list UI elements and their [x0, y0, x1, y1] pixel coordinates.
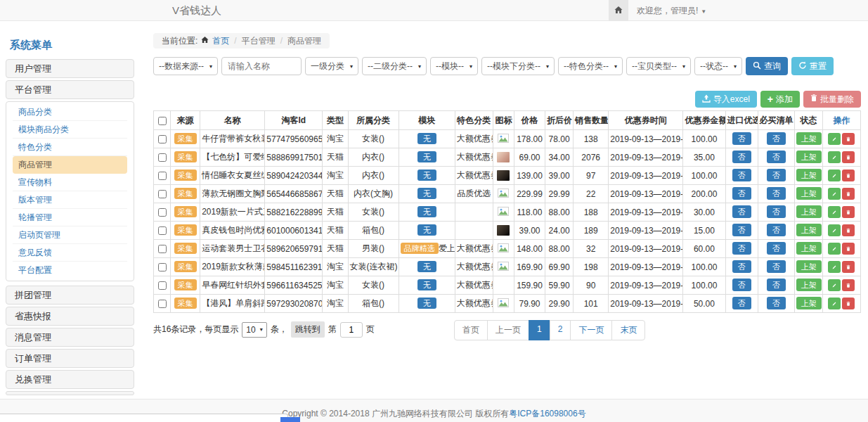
- delete-button[interactable]: [842, 243, 855, 255]
- module-none-badge[interactable]: 无: [417, 279, 436, 290]
- module-none-badge[interactable]: 无: [417, 151, 436, 162]
- breadcrumb-home-link[interactable]: 首页: [212, 35, 229, 47]
- import-select-toggle[interactable]: 否: [732, 279, 751, 291]
- edit-button[interactable]: [828, 170, 841, 181]
- jump-button[interactable]: 跳转到: [291, 321, 325, 338]
- edit-button[interactable]: [828, 133, 841, 145]
- delete-button[interactable]: [842, 261, 855, 273]
- delete-button[interactable]: [842, 298, 855, 309]
- must-buy-toggle[interactable]: 否: [767, 297, 786, 309]
- import-select-toggle[interactable]: 否: [732, 260, 751, 273]
- delete-button[interactable]: [842, 206, 855, 218]
- page-button-4[interactable]: 2: [550, 320, 571, 340]
- must-buy-toggle[interactable]: 否: [767, 224, 786, 236]
- delete-button[interactable]: [842, 151, 855, 163]
- delete-button[interactable]: [842, 170, 855, 181]
- delete-button[interactable]: [842, 133, 855, 145]
- import-select-toggle[interactable]: 否: [732, 132, 751, 145]
- status-button[interactable]: 上架: [796, 297, 822, 309]
- filter-select-level2-category[interactable]: --二级分类--▾: [362, 57, 427, 75]
- module-none-badge[interactable]: 无: [417, 170, 436, 181]
- must-buy-toggle[interactable]: 否: [767, 151, 786, 163]
- must-buy-toggle[interactable]: 否: [767, 205, 786, 218]
- row-checkbox[interactable]: [158, 226, 167, 235]
- page-button-6[interactable]: 末页: [611, 320, 645, 340]
- sidebar-item-5[interactable]: 宣传物料: [13, 174, 127, 191]
- status-button[interactable]: 上架: [796, 260, 822, 273]
- filter-select-data-source[interactable]: --数据来源--▾: [153, 57, 218, 75]
- delete-button[interactable]: [842, 279, 855, 291]
- module-none-badge[interactable]: 无: [417, 188, 436, 199]
- edit-button[interactable]: [828, 298, 841, 309]
- import-select-toggle[interactable]: 否: [732, 242, 751, 255]
- import-select-toggle[interactable]: 否: [732, 224, 751, 236]
- sidebar-group-3[interactable]: 拼团管理: [6, 286, 134, 305]
- edit-button[interactable]: [828, 188, 841, 200]
- module-none-badge[interactable]: 无: [417, 224, 436, 236]
- must-buy-toggle[interactable]: 否: [767, 260, 786, 273]
- module-none-badge[interactable]: 无: [417, 206, 436, 217]
- import-select-toggle[interactable]: 否: [732, 169, 751, 181]
- row-checkbox[interactable]: [158, 153, 167, 162]
- import-excel-button[interactable]: 导入excel: [695, 91, 757, 108]
- sidebar-item-2[interactable]: 模块商品分类: [13, 121, 127, 139]
- edit-button[interactable]: [828, 261, 841, 273]
- row-checkbox[interactable]: [158, 190, 167, 198]
- icp-link[interactable]: 粤ICP备16098006号: [509, 409, 585, 418]
- import-select-toggle[interactable]: 否: [732, 151, 751, 163]
- edit-button[interactable]: [828, 279, 841, 291]
- row-checkbox[interactable]: [158, 281, 167, 290]
- sidebar-item-10[interactable]: 平台配置: [13, 262, 127, 279]
- search-button[interactable]: 查询: [746, 57, 788, 75]
- sidebar-group-2[interactable]: 平台管理: [6, 80, 134, 99]
- must-buy-toggle[interactable]: 否: [767, 132, 786, 145]
- sidebar-item-4[interactable]: 商品管理: [13, 156, 127, 174]
- batch-delete-button[interactable]: 批量删除: [803, 91, 861, 108]
- page-button-2[interactable]: 上一页: [487, 320, 529, 340]
- row-checkbox[interactable]: [158, 208, 167, 217]
- sidebar-group-1[interactable]: 用户管理: [6, 59, 134, 78]
- filter-select-item-type[interactable]: --宝贝类型--▾: [626, 57, 691, 75]
- filter-select-module[interactable]: --模块--▾: [430, 57, 478, 75]
- row-checkbox[interactable]: [158, 263, 167, 271]
- edit-button[interactable]: [828, 151, 841, 163]
- reset-button[interactable]: 重置: [791, 57, 834, 75]
- import-select-toggle[interactable]: 否: [732, 297, 751, 309]
- status-button[interactable]: 上架: [796, 279, 822, 291]
- filter-input-name[interactable]: [221, 57, 302, 75]
- row-checkbox[interactable]: [158, 172, 167, 180]
- module-none-badge[interactable]: 无: [417, 133, 436, 144]
- filter-select-status[interactable]: --状态--▾: [694, 57, 742, 75]
- user-menu[interactable]: 欢迎您，管理员!▼: [637, 0, 706, 23]
- sidebar-item-1[interactable]: 商品分类: [13, 103, 127, 121]
- sidebar-item-3[interactable]: 特色分类: [13, 139, 127, 156]
- delete-button[interactable]: [842, 188, 855, 200]
- status-button[interactable]: 上架: [796, 151, 822, 163]
- sidebar-item-9[interactable]: 意见反馈: [13, 244, 127, 262]
- status-button[interactable]: 上架: [796, 187, 822, 200]
- sidebar-group-6[interactable]: 订单管理: [6, 349, 134, 368]
- row-checkbox[interactable]: [158, 300, 167, 308]
- module-none-badge[interactable]: 无: [417, 298, 436, 309]
- filter-select-module-subcategory[interactable]: --模块下分类--▾: [481, 57, 555, 75]
- edit-button[interactable]: [828, 206, 841, 218]
- status-button[interactable]: 上架: [796, 169, 822, 181]
- add-button[interactable]: + 添加: [760, 91, 800, 108]
- status-button[interactable]: 上架: [796, 242, 822, 255]
- sidebar-group-7[interactable]: 兑换管理: [6, 370, 134, 389]
- sidebar-item-6[interactable]: 版本管理: [13, 191, 127, 209]
- edit-button[interactable]: [828, 243, 841, 255]
- filter-select-feature-category[interactable]: --特色分类--▾: [558, 57, 623, 75]
- status-button[interactable]: 上架: [796, 205, 822, 218]
- must-buy-toggle[interactable]: 否: [767, 242, 786, 255]
- sidebar-item-8[interactable]: 启动页管理: [13, 226, 127, 244]
- jump-page-input[interactable]: [340, 322, 363, 338]
- page-button-3[interactable]: 1: [529, 320, 550, 340]
- per-page-select[interactable]: 10 ▾: [242, 322, 266, 338]
- import-select-toggle[interactable]: 否: [732, 205, 751, 218]
- must-buy-toggle[interactable]: 否: [767, 279, 786, 291]
- delete-button[interactable]: [842, 224, 855, 236]
- row-checkbox[interactable]: [158, 245, 167, 253]
- sidebar-group-8[interactable]: 代理管理: [6, 391, 134, 395]
- status-button[interactable]: 上架: [796, 224, 822, 236]
